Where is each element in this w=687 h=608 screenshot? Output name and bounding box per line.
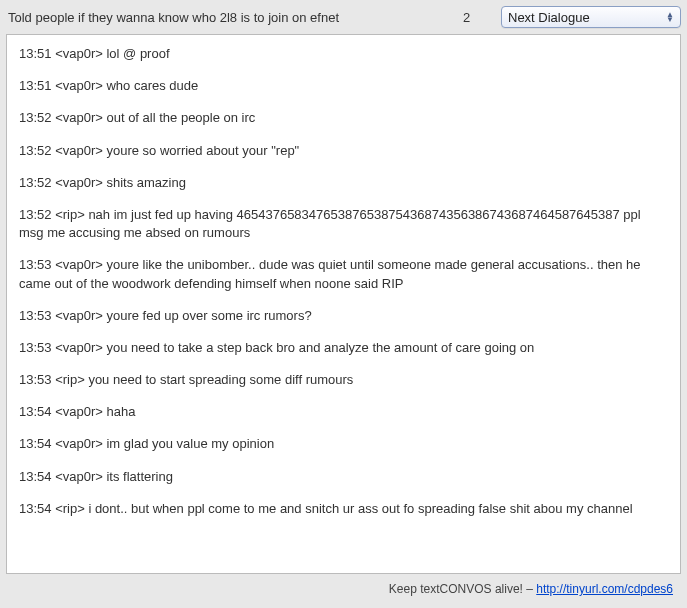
dialogue-title: Told people if they wanna know who 2l8 i… <box>6 10 455 25</box>
chat-line: 13:54 <vap0r> its flattering <box>19 468 668 486</box>
chat-line: 13:51 <vap0r> lol @ proof <box>19 45 668 63</box>
next-dialogue-dropdown[interactable]: Next Dialogue ▲ ▼ <box>501 6 681 28</box>
chat-line: 13:54 <vap0r> haha <box>19 403 668 421</box>
chat-line: 13:51 <vap0r> who cares dude <box>19 77 668 95</box>
chat-line: 13:54 <vap0r> im glad you value my opini… <box>19 435 668 453</box>
footer-text: Keep textCONVOS alive! – <box>389 582 536 596</box>
chat-line: 13:53 <vap0r> youre fed up over some irc… <box>19 307 668 325</box>
chat-log[interactable]: 13:51 <vap0r> lol @ proof 13:51 <vap0r> … <box>6 34 681 574</box>
chat-line: 13:53 <rip> you need to start spreading … <box>19 371 668 389</box>
dropdown-label: Next Dialogue <box>508 10 590 25</box>
chat-line: 13:52 <vap0r> youre so worried about you… <box>19 142 668 160</box>
dialogue-count: 2 <box>463 10 493 25</box>
header-bar: Told people if they wanna know who 2l8 i… <box>6 6 681 28</box>
chat-line: 13:52 <rip> nah im just fed up having 46… <box>19 206 668 242</box>
chat-line: 13:53 <vap0r> youre like the unibomber..… <box>19 256 668 292</box>
chat-line: 13:52 <vap0r> out of all the people on i… <box>19 109 668 127</box>
footer-link[interactable]: http://tinyurl.com/cdpdes6 <box>536 582 673 596</box>
app-container: Told people if they wanna know who 2l8 i… <box>0 0 687 602</box>
chat-line: 13:52 <vap0r> shits amazing <box>19 174 668 192</box>
chevron-up-down-icon: ▲ ▼ <box>666 12 674 22</box>
chat-line: 13:53 <vap0r> you need to take a step ba… <box>19 339 668 357</box>
chat-line: 13:54 <rip> i dont.. but when ppl come t… <box>19 500 668 518</box>
footer: Keep textCONVOS alive! – http://tinyurl.… <box>6 574 681 596</box>
